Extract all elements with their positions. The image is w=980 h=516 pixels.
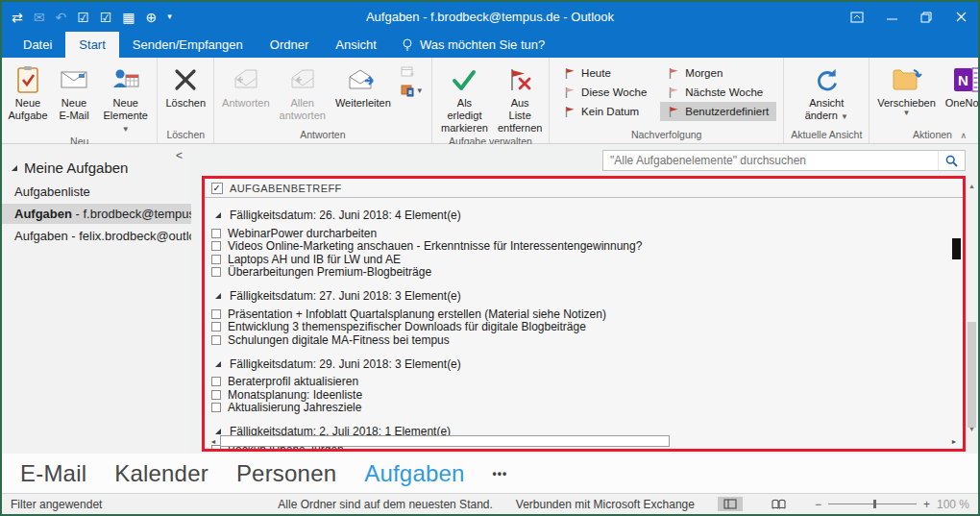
mail-icon[interactable]: ✉: [34, 11, 45, 24]
task-checkbox[interactable]: [211, 255, 221, 264]
search-icon[interactable]: [938, 151, 965, 170]
new-items-icon: [111, 62, 140, 97]
flag-tomorrow[interactable]: Morgen: [660, 63, 776, 83]
zoom-slider-thumb[interactable]: [873, 500, 876, 508]
nav-email[interactable]: E-Mail: [20, 460, 86, 487]
flag-no-date[interactable]: Kein Datum: [556, 102, 654, 121]
table-icon[interactable]: ▦: [122, 11, 135, 24]
reply-button[interactable]: Antworten: [217, 60, 275, 110]
scroll-up-icon[interactable]: ▲: [966, 180, 978, 192]
move-button[interactable]: Verschieben ▼: [872, 60, 941, 117]
undo-icon[interactable]: ↶: [55, 11, 66, 24]
flag-this-week[interactable]: Diese Woche: [556, 83, 654, 102]
forward-button[interactable]: Weiterleiten: [331, 60, 396, 110]
scroll-left-icon[interactable]: ◄: [207, 435, 220, 448]
vertical-scrollbar-thumb[interactable]: [968, 322, 976, 428]
task-group-header[interactable]: Fälligkeitsdatum: 26. Juni 2018: 4 Eleme…: [215, 209, 963, 222]
tab-datei[interactable]: Datei: [10, 32, 65, 58]
im-reply-button[interactable]: ▼: [401, 85, 424, 97]
task-row[interactable]: Aktualisierung Jahresziele: [211, 402, 963, 415]
task-checkbox[interactable]: [211, 403, 221, 412]
new-task-button[interactable]: Neue Aufgabe: [5, 60, 51, 122]
flag-next-week[interactable]: Nächste Woche: [660, 83, 776, 102]
normal-view-icon: [723, 499, 737, 509]
folder-item-aufgaben-outlook[interactable]: Aufgaben - felix.brodbeck@outlo...: [2, 226, 191, 246]
reply-extra-buttons: ▼: [396, 60, 429, 97]
flag-custom[interactable]: Benutzerdefiniert: [660, 102, 776, 121]
ribbon-display-options-button[interactable]: [840, 2, 874, 32]
task-row[interactable]: Monatsplanung: Ideenliste: [211, 388, 963, 402]
task-checkbox[interactable]: [211, 390, 221, 400]
ribbon-tab-bar: Datei Start Senden/Empfangen Ordner Ansi…: [2, 32, 978, 58]
task-checkbox[interactable]: [211, 309, 221, 319]
task-checkbox[interactable]: [211, 229, 221, 238]
meeting-reply-button[interactable]: [401, 66, 424, 78]
remove-from-list-button[interactable]: Aus Liste entfernen: [494, 60, 546, 135]
task-row[interactable]: Beraterprofil aktualisieren: [211, 376, 963, 389]
ribbon-group-neu: Neue Aufgabe Neue E-Mail Neue Elemente ▼: [2, 58, 158, 143]
scroll-right-icon[interactable]: ►: [947, 435, 961, 448]
task-list-column-header[interactable]: ✓ AUFGABENBETREFF: [205, 179, 963, 198]
zoom-slider[interactable]: [828, 500, 917, 508]
task-row[interactable]: Videos Online-Marketing anschauen - Erke…: [211, 240, 963, 254]
inner-scrollbar-thumb[interactable]: [952, 238, 961, 259]
new-items-button[interactable]: Neue Elemente ▼: [97, 60, 154, 135]
customize-quick-access-icon[interactable]: ▾: [167, 12, 172, 21]
folder-pane-header[interactable]: Meine Aufgaben: [12, 160, 191, 176]
reading-view-icon: [772, 499, 786, 509]
task-group-header[interactable]: Fälligkeitsdatum: 29. Juni 2018: 3 Eleme…: [215, 357, 963, 371]
close-button[interactable]: [943, 2, 978, 32]
nav-personen[interactable]: Personen: [236, 460, 336, 487]
nav-aufgaben[interactable]: Aufgaben: [364, 460, 464, 487]
scroll-down-icon[interactable]: ▼: [966, 423, 978, 435]
task-checkbox[interactable]: [211, 377, 221, 386]
minimize-button[interactable]: [874, 2, 909, 32]
tell-me-label: Was möchten Sie tun?: [420, 37, 545, 52]
folder-item-aufgabenliste[interactable]: Aufgabenliste: [2, 182, 191, 202]
zoom-in-icon[interactable]: +: [923, 498, 930, 511]
nav-kalender[interactable]: Kalender: [114, 460, 208, 487]
main-pane: ✓ AUFGABENBETREFF Fälligkeitsdatum: 26. …: [191, 144, 978, 454]
reply-all-button[interactable]: Allen antworten: [275, 60, 331, 122]
delete-button[interactable]: Löschen: [160, 60, 210, 110]
search-input[interactable]: [603, 154, 938, 167]
folder-item-aufgaben-tempus[interactable]: Aufgaben - f.brodbeck@tempus.de: [2, 204, 191, 224]
send-receive-icon[interactable]: ⇄: [12, 11, 23, 24]
task-row[interactable]: Laptops AH und IB für LW und AE: [211, 253, 963, 266]
task-checkbox[interactable]: [211, 241, 221, 251]
task-row[interactable]: Präsentation + Infoblatt Quartalsplanung…: [211, 307, 963, 321]
zoom-level[interactable]: 100 %: [937, 498, 969, 511]
task-group-header[interactable]: Fälligkeitsdatum: 27. Juni 2018: 3 Eleme…: [215, 289, 963, 303]
mark-complete-button[interactable]: Als erledigt markieren: [435, 60, 494, 135]
task-row[interactable]: Entwicklung 3 themenspezifischer Downloa…: [211, 321, 963, 334]
task-check-icon[interactable]: ☑: [77, 11, 89, 24]
task-check-icon[interactable]: ☑: [100, 11, 112, 24]
task-row[interactable]: Überarbeitungen Premium-Blogbeiträge: [211, 266, 963, 280]
tab-senden-empfangen[interactable]: Senden/Empfangen: [119, 32, 257, 58]
task-checkbox[interactable]: [211, 335, 221, 345]
nav-overflow-icon[interactable]: •••: [493, 467, 508, 480]
task-row[interactable]: WebinarPower durcharbeiten: [211, 227, 963, 240]
change-view-button[interactable]: Ansicht ändern ▼: [800, 60, 853, 122]
task-checkbox[interactable]: [211, 267, 221, 277]
search-box[interactable]: [602, 150, 966, 171]
collapse-folder-pane-icon[interactable]: <: [176, 149, 183, 162]
select-all-checkbox[interactable]: ✓: [211, 183, 223, 194]
tell-me-box[interactable]: Was möchten Sie tun?: [390, 32, 556, 58]
tab-ordner[interactable]: Ordner: [257, 32, 322, 58]
normal-view-button[interactable]: [718, 497, 743, 511]
web-app-icon[interactable]: ⊕: [146, 11, 158, 24]
tab-ansicht[interactable]: Ansicht: [322, 32, 390, 58]
flag-today[interactable]: Heute: [556, 63, 654, 83]
task-row[interactable]: Schulungen digitale MA-Fitness bei tempu…: [211, 333, 963, 347]
task-checkbox[interactable]: [211, 322, 221, 332]
tab-start[interactable]: Start: [65, 32, 118, 58]
move-folder-icon: [891, 62, 923, 97]
zoom-out-icon[interactable]: −: [815, 498, 821, 511]
restore-button[interactable]: [909, 2, 943, 32]
collapse-ribbon-icon[interactable]: ∧: [960, 131, 967, 140]
new-email-button[interactable]: Neue E-Mail: [51, 60, 97, 122]
horizontal-scrollbar-thumb[interactable]: [220, 435, 670, 447]
onenote-button[interactable]: N OneNote: [941, 60, 980, 110]
reading-view-button[interactable]: [766, 497, 792, 511]
